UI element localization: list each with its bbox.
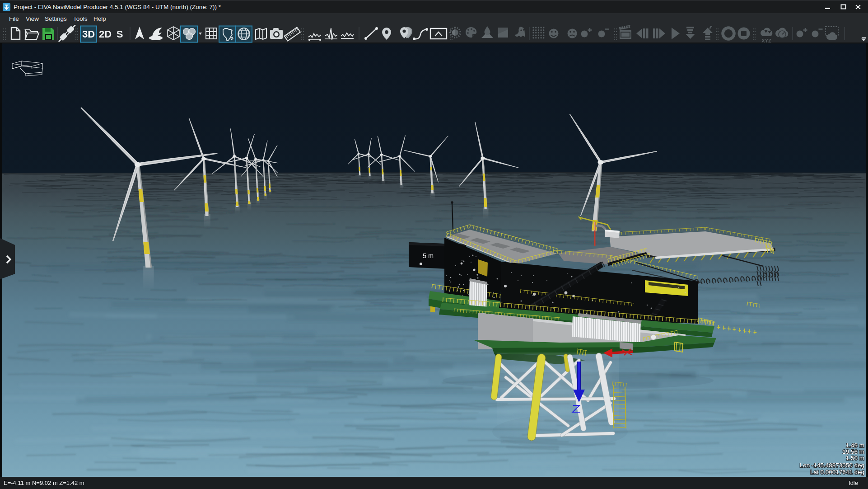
svg-text:2D: 2D bbox=[99, 28, 112, 40]
svg-text:S: S bbox=[117, 28, 123, 40]
svg-text:XYZ: XYZ bbox=[761, 38, 771, 43]
svg-text:Lat 0.00017641 deg: Lat 0.00017641 deg bbox=[810, 469, 864, 475]
svg-text:1.49 m: 1.49 m bbox=[846, 442, 864, 449]
svg-text:5 m: 5 m bbox=[423, 252, 434, 259]
svg-text:Lon -145.48873050 deg: Lon -145.48873050 deg bbox=[800, 462, 864, 469]
svg-text:19.56 m: 19.56 m bbox=[842, 448, 864, 455]
svg-text:3D: 3D bbox=[82, 28, 95, 40]
svg-text:1.50 m: 1.50 m bbox=[846, 455, 864, 461]
